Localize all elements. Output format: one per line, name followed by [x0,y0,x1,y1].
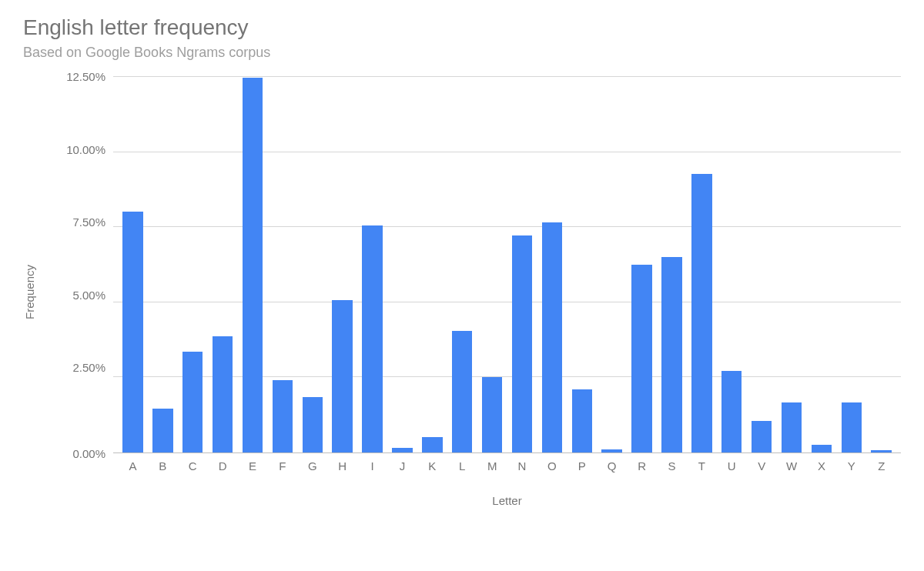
bar-slot [208,76,238,452]
x-tick: R [627,459,657,472]
y-tick: 7.50% [52,215,105,229]
y-tick: 12.50% [52,70,105,83]
x-tick: F [267,459,297,472]
bar [631,265,651,453]
x-tick: Z [866,459,896,472]
bar-slot [327,76,357,452]
bar [691,174,711,452]
bar [213,336,233,452]
bar-slot [747,76,777,452]
bar [721,371,742,452]
bar-slot [717,76,747,452]
bar [122,212,142,452]
bar-slot [417,76,447,452]
bar-slot [537,76,567,452]
plot-row: 12.50%10.00%7.50%5.00%2.50%0.00% [52,76,901,453]
y-tick: 2.50% [52,361,105,374]
bar-slot [238,76,268,452]
bar-slot [777,76,807,452]
x-tick: W [777,459,807,472]
chart-subtitle: Based on Google Books Ngrams corpus [23,45,901,61]
x-tick: I [357,459,387,472]
bar-slot [567,76,597,452]
bar [362,225,382,452]
x-tick: X [806,459,836,472]
x-tick: V [747,459,777,472]
bar [752,421,772,452]
x-tick: J [387,459,417,472]
bar [572,389,592,452]
bar [812,445,832,452]
bar-slot [477,76,507,452]
bar-slot [806,76,836,452]
bar-slot [687,76,717,452]
bar-slot [297,76,327,452]
x-tick: P [567,459,597,472]
bar [871,450,891,452]
bar [392,448,412,452]
x-tick: A [118,459,148,472]
bar-slot [148,76,178,452]
bar-slot [657,76,687,452]
x-tick: E [238,459,268,472]
x-tick: K [417,459,447,472]
x-tick: O [537,459,567,472]
plot-area [113,76,901,453]
bar [542,222,562,452]
x-tick: M [477,459,507,472]
bar-slot [178,76,208,452]
y-tick: 10.00% [52,142,105,155]
x-tick: B [148,459,178,472]
bar-slot [507,76,537,452]
chart-body: 12.50%10.00%7.50%5.00%2.50%0.00% ABCDEFG… [52,76,901,507]
bar [422,437,442,452]
x-tick: Y [836,459,866,472]
bar [842,402,862,452]
x-tick: L [447,459,477,472]
y-tick: 0.00% [52,446,105,459]
x-tick: G [297,459,327,472]
x-tick: N [507,459,537,472]
bars-container [113,76,901,452]
bar [243,78,263,452]
y-axis-ticks: 12.50%10.00%7.50%5.00%2.50%0.00% [52,76,113,453]
x-tick: U [717,459,747,472]
bar [303,397,323,452]
x-axis-label: Letter [113,494,901,507]
bar [452,331,472,452]
bar [782,402,802,452]
bar-slot [597,76,627,452]
bar-slot [866,76,896,452]
x-tick: S [657,459,687,472]
x-tick: Q [597,459,627,472]
bar-slot [627,76,657,452]
bar [332,300,352,452]
x-tick: D [208,459,238,472]
bar-slot [447,76,477,452]
bar [182,352,203,452]
x-tick: T [687,459,717,472]
bar-slot [387,76,417,452]
bar [512,235,532,452]
chart-wrapper: Frequency 12.50%10.00%7.50%5.00%2.50%0.0… [23,76,901,507]
bar [152,409,172,452]
bar-slot [836,76,866,452]
bar [661,257,681,452]
bar-slot [267,76,297,452]
x-tick: C [178,459,208,472]
bar-slot [357,76,387,452]
y-tick: 5.00% [52,288,105,301]
chart-title: English letter frequency [23,15,901,40]
bar-slot [118,76,148,452]
bar [273,380,293,452]
bar [482,377,502,452]
x-axis-ticks: ABCDEFGHIJKLMNOPQRSTUVWXYZ [113,459,901,472]
bar [601,449,621,452]
x-tick: H [327,459,357,472]
y-axis-label: Frequency [23,265,36,319]
